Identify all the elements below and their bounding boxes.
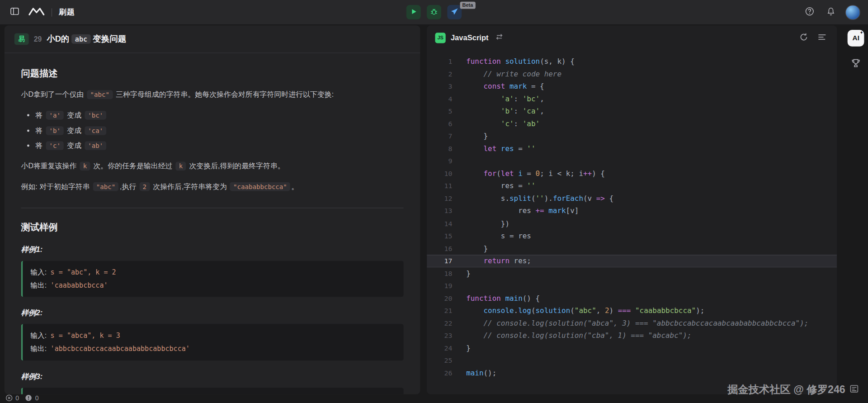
rule-item: 将 'c' 变成 'ab' <box>35 140 403 152</box>
code-line[interactable]: 6 'c': 'ab' <box>427 118 837 130</box>
sample-label: 样例1: <box>21 245 404 255</box>
language-switch-button[interactable] <box>494 31 506 44</box>
code-line[interactable]: 2 // write code here <box>427 68 837 81</box>
samples-heading: 测试样例 <box>21 221 404 233</box>
line-number: 25 <box>427 355 452 367</box>
code-line[interactable]: 3 const mark = { <box>427 81 837 93</box>
trophy-icon <box>850 62 861 70</box>
problem-intro: 小D拿到了一个仅由 "abc" 三种字母组成的字符串。她每次操作会对所有字符同时… <box>21 89 404 101</box>
line-number: 2 <box>427 68 452 81</box>
code-line[interactable]: 4 'a': 'bc', <box>427 93 837 105</box>
format-lines-icon <box>818 33 827 43</box>
reset-code-button[interactable] <box>797 30 811 45</box>
paper-plane-icon <box>451 8 458 17</box>
inline-code: 'a' <box>46 111 64 120</box>
code-line[interactable]: 15 s = res <box>427 230 837 242</box>
rule-item: 将 'a' 变成 'bc' <box>35 109 403 121</box>
rule-item: 将 'b' 变成 'ca' <box>35 125 403 136</box>
line-number: 18 <box>427 267 452 280</box>
code-line[interactable]: 19 <box>427 280 837 292</box>
code-line[interactable]: 25 <box>427 355 837 367</box>
code-line[interactable]: 14 }) <box>427 218 837 230</box>
line-number: 12 <box>427 193 452 205</box>
javascript-icon: JS <box>435 33 446 43</box>
inline-code: 'b' <box>46 126 64 135</box>
code-line[interactable]: 23 // console.log(solution("cba", 1) ===… <box>427 330 837 342</box>
code-line[interactable]: 17 return res; <box>427 255 837 267</box>
line-number: 20 <box>427 292 452 305</box>
line-number: 1 <box>427 55 452 68</box>
code-line[interactable]: 13 res += mark[v] <box>427 205 837 218</box>
line-number: 4 <box>427 93 452 105</box>
code-line[interactable]: 8 let res = '' <box>427 142 837 155</box>
code-line[interactable]: 16 } <box>427 242 837 255</box>
sample-io-row: 输入:s = "abc", k = 2 <box>30 266 396 279</box>
language-label: JavaScript <box>451 33 489 42</box>
code-line[interactable]: 26main(); <box>427 367 837 379</box>
line-number: 10 <box>427 167 452 180</box>
problem-title: 小D的 abc 变换问题 <box>47 34 126 44</box>
difficulty-badge: 易 <box>14 33 29 45</box>
sample-io-row: 输入:s = "abca", k = 3 <box>30 329 396 342</box>
app: 刷题 Beta <box>0 0 868 403</box>
run-button[interactable] <box>406 5 421 19</box>
warning-count: 0 <box>35 395 39 402</box>
help-button[interactable] <box>803 5 817 20</box>
sidebar-toggle-button[interactable] <box>8 5 22 20</box>
inline-code: "caababbcbcca" <box>230 182 290 191</box>
inline-code: 'ca' <box>85 126 107 135</box>
line-number: 13 <box>427 205 452 218</box>
code-line[interactable]: 10 for(let i = 0; i < k; i++) { <box>427 167 837 180</box>
code-line[interactable]: 24} <box>427 342 837 355</box>
format-code-button[interactable] <box>816 30 829 45</box>
debug-button[interactable] <box>427 5 441 19</box>
ai-assistant-button[interactable]: AI ✦ <box>848 30 864 47</box>
inline-code: abc <box>71 34 90 44</box>
sidebar-toggle-icon <box>10 7 19 18</box>
inline-code: 'ab' <box>85 142 107 151</box>
description-heading: 问题描述 <box>21 67 404 80</box>
inline-code: 'c' <box>46 142 64 151</box>
code-line[interactable]: 22 // console.log(solution("abca", 3) ==… <box>427 317 837 330</box>
line-number: 14 <box>427 218 452 230</box>
notifications-button[interactable] <box>824 5 837 20</box>
code-line[interactable]: 9 <box>427 155 837 168</box>
user-avatar[interactable] <box>845 5 860 19</box>
problem-panel: 易 29 小D的 abc 变换问题 问题描述 小D拿到了一个仅由 "abc" 三… <box>5 25 420 394</box>
line-number: 11 <box>427 180 452 193</box>
editor-header: JS JavaScript <box>427 25 837 50</box>
refresh-icon <box>800 33 809 43</box>
line-number: 3 <box>427 81 452 93</box>
topbar: 刷题 Beta <box>0 0 868 24</box>
error-count: 0 <box>15 395 19 402</box>
code-line[interactable]: 1function solution(s, k) { <box>427 55 837 68</box>
example-note: 例如: 对于初始字符串 "abc",执行 2 次操作后,字符串将变为 "caab… <box>21 180 404 193</box>
problem-header: 易 29 小D的 abc 变换问题 <box>5 25 420 53</box>
code-line[interactable]: 12 s.split('').forEach(v => { <box>427 193 837 205</box>
repeat-note: 小D将重复该操作 k 次。你的任务是输出经过 k 次变换后,得到的最终字符串。 <box>21 160 404 173</box>
line-number: 22 <box>427 317 452 330</box>
line-number: 21 <box>427 304 452 317</box>
code-line[interactable]: 7 } <box>427 130 837 143</box>
submit-button[interactable] <box>447 5 462 19</box>
contest-button[interactable] <box>849 57 863 71</box>
line-number: 8 <box>427 142 452 155</box>
problems-statusbar[interactable]: 0 0 <box>5 394 42 403</box>
divider <box>52 8 52 16</box>
code-line[interactable]: 11 res = '' <box>427 180 837 193</box>
problem-id: 29 <box>34 35 42 43</box>
beta-badge: Beta <box>460 2 476 9</box>
samples: 样例1:输入:s = "abc", k = 2输出:'caababbcbcca'… <box>21 245 404 394</box>
code-line[interactable]: 18} <box>427 267 837 280</box>
code-line[interactable]: 21 console.log(solution("abc", 2) === "c… <box>427 304 837 317</box>
play-icon <box>410 8 416 16</box>
code-line[interactable]: 5 'b': 'ca', <box>427 105 837 118</box>
inline-code: 'bc' <box>85 111 107 120</box>
inline-code: "abc" <box>87 90 113 100</box>
code-lines: 1function solution(s, k) {2 // write cod… <box>427 55 837 379</box>
line-number: 16 <box>427 242 452 255</box>
code-editor[interactable]: 1function solution(s, k) {2 // write cod… <box>427 50 837 394</box>
code-line[interactable]: 20function main() { <box>427 292 837 305</box>
ai-label: AI <box>853 34 859 42</box>
error-circle-icon <box>5 394 13 402</box>
